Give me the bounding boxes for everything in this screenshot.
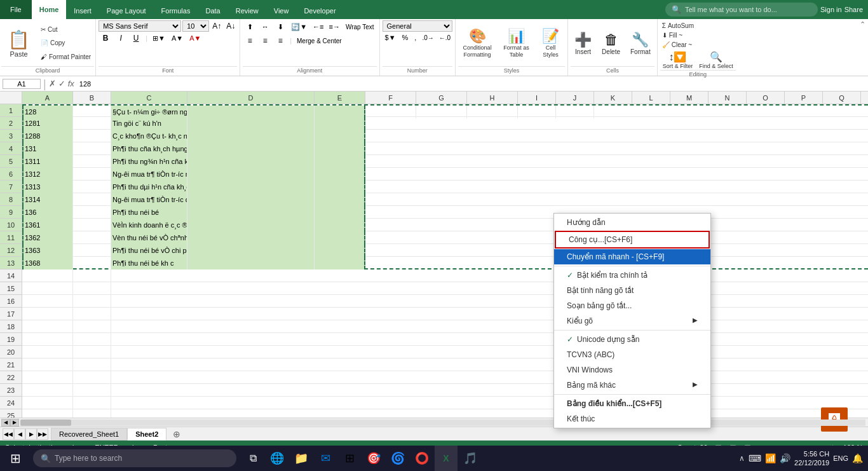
col-header-L[interactable]: L bbox=[632, 92, 670, 104]
row-number[interactable]: 24 bbox=[0, 397, 22, 409]
delete-button[interactable]: 🗑 Delete bbox=[598, 31, 624, 57]
cell[interactable]: 131 bbox=[22, 142, 73, 155]
cell[interactable]: 136 bbox=[22, 206, 73, 219]
col-header-R[interactable]: R bbox=[861, 92, 868, 104]
col-header-F[interactable]: F bbox=[365, 92, 416, 104]
col-header-B[interactable]: B bbox=[73, 92, 111, 104]
currency-button[interactable]: $▼ bbox=[383, 33, 398, 42]
volume-icon[interactable]: 🔊 bbox=[780, 453, 790, 463]
row-number[interactable]: 4 bbox=[0, 142, 22, 155]
cell[interactable]: Ph¶i thu cña kh¸ch hµng bbox=[111, 142, 187, 155]
row-number[interactable]: 12 bbox=[0, 244, 22, 257]
taskbar-search-box[interactable]: 🔍 Type here to search bbox=[33, 449, 236, 467]
cell[interactable] bbox=[73, 257, 111, 270]
menu-item-cong-cu[interactable]: Công cụ...[CS+F6] bbox=[555, 231, 710, 249]
taskbar-app1-icon[interactable]: ⊞ bbox=[338, 446, 361, 471]
bold-button[interactable]: B bbox=[98, 33, 112, 43]
cell[interactable] bbox=[73, 244, 111, 257]
insert-button[interactable]: ➕ Insert bbox=[571, 31, 595, 57]
cell[interactable]: Ng-êi mua tr¶ tiÒn tr-íc ng¾n h¹n bbox=[111, 168, 187, 181]
col-header-P[interactable]: P bbox=[785, 92, 823, 104]
col-header-G[interactable]: G bbox=[416, 92, 467, 104]
cell[interactable] bbox=[73, 193, 111, 206]
cell[interactable] bbox=[187, 244, 315, 257]
wrap-text-button[interactable]: Wrap Text bbox=[343, 23, 377, 31]
share-button[interactable]: Share bbox=[844, 6, 863, 13]
row-number[interactable]: 6 bbox=[0, 168, 22, 181]
cell[interactable] bbox=[73, 130, 111, 142]
tab-view[interactable]: View bbox=[266, 3, 297, 19]
cell[interactable] bbox=[73, 181, 111, 193]
tab-home[interactable]: Home bbox=[32, 0, 67, 19]
file-tab[interactable]: File bbox=[0, 0, 32, 19]
font-name-select[interactable]: MS Sans Serif bbox=[98, 20, 181, 32]
row-number[interactable]: 20 bbox=[0, 346, 22, 358]
cell[interactable] bbox=[187, 130, 315, 142]
cell[interactable]: 1311 bbox=[22, 155, 73, 168]
taskbar-outlook-icon[interactable]: ✉ bbox=[314, 446, 337, 471]
menu-item-unicode[interactable]: ✓ Unicode dựng sẵn bbox=[554, 332, 710, 347]
notification-icon[interactable]: 🔔 bbox=[852, 453, 863, 463]
tab-review[interactable]: Review bbox=[228, 3, 266, 19]
cell[interactable] bbox=[315, 244, 365, 257]
increase-font-button[interactable]: A↑ bbox=[210, 21, 223, 31]
cell[interactable] bbox=[365, 155, 868, 168]
cell[interactable] bbox=[187, 142, 315, 155]
cell[interactable] bbox=[365, 181, 868, 193]
sheet-tab-sheet2[interactable]: Sheet2 bbox=[127, 428, 166, 440]
cell[interactable] bbox=[73, 168, 111, 181]
sheet-nav-prev[interactable]: ◀ bbox=[14, 428, 25, 440]
row-number[interactable]: 7 bbox=[0, 181, 22, 193]
formula-input[interactable]: 128 bbox=[77, 79, 865, 88]
cell[interactable] bbox=[416, 106, 467, 118]
cell[interactable]: Ph¶i thu néi bé bbox=[111, 206, 187, 219]
menu-item-bat-kiem-tra[interactable]: ✓ Bật kiểm tra chính tả bbox=[554, 268, 710, 283]
cell[interactable] bbox=[365, 193, 868, 206]
menu-item-bat-tinh-nang[interactable]: Bật tính năng gõ tắt bbox=[554, 283, 710, 298]
cell[interactable]: Ph¶i thu néi bé vÒ chi phÝ ®ivay ®ñ ®iÒu… bbox=[111, 244, 187, 257]
taskbar-app2-icon[interactable]: 🎯 bbox=[362, 446, 385, 471]
col-header-C[interactable]: C bbox=[111, 92, 187, 104]
cell[interactable]: Ph¶i thu dµi h¹n cña kh¸ch hµng bbox=[111, 181, 187, 193]
row-number[interactable]: 19 bbox=[0, 333, 22, 346]
number-format-select[interactable]: General bbox=[383, 20, 453, 32]
cell[interactable] bbox=[315, 181, 365, 193]
align-middle-button[interactable]: ↔ bbox=[258, 20, 272, 33]
cell[interactable]: 1368 bbox=[22, 257, 73, 270]
col-header-M[interactable]: M bbox=[670, 92, 709, 104]
col-header-O[interactable]: O bbox=[747, 92, 785, 104]
cell[interactable] bbox=[556, 106, 594, 118]
col-header-Q[interactable]: Q bbox=[823, 92, 861, 104]
menu-item-soan-bang[interactable]: Soạn bảng gõ tắt... bbox=[554, 298, 710, 313]
fx-icon[interactable]: fx bbox=[68, 79, 74, 88]
format-as-table-button[interactable]: 📊 Format asTable bbox=[499, 27, 534, 60]
cell[interactable]: 1281 bbox=[22, 117, 73, 130]
col-header-N[interactable]: N bbox=[709, 92, 747, 104]
menu-item-bang-dieu-khien[interactable]: Bảng điều khiển...[CS+F5] bbox=[554, 396, 710, 411]
cell[interactable] bbox=[187, 231, 315, 244]
taskbar-explorer-icon[interactable]: 📁 bbox=[290, 446, 313, 471]
cell[interactable] bbox=[315, 130, 365, 142]
cell[interactable] bbox=[315, 231, 365, 244]
h-scroll-thumb[interactable] bbox=[20, 420, 71, 426]
menu-item-ket-thuc[interactable]: Kết thúc bbox=[554, 411, 710, 427]
row-number[interactable]: 9 bbox=[0, 206, 22, 219]
cell[interactable] bbox=[73, 106, 111, 118]
row-number[interactable]: 10 bbox=[0, 219, 22, 231]
cell[interactable] bbox=[187, 206, 315, 219]
cell[interactable] bbox=[315, 219, 365, 231]
row-number[interactable]: 8 bbox=[0, 193, 22, 206]
cell[interactable]: Ng-êi mua tr¶ tiÒn tr-íc dµi h¹n bbox=[111, 193, 187, 206]
cell[interactable]: 1361 bbox=[22, 219, 73, 231]
tab-insert[interactable]: Insert bbox=[66, 3, 99, 19]
cell[interactable]: Ph¶i thu ng¾n h¹n cña kh¸ch hµng bbox=[111, 155, 187, 168]
row-number[interactable]: 15 bbox=[0, 282, 22, 295]
align-center-button[interactable]: ≡ bbox=[258, 34, 272, 47]
fill-button[interactable]: ⬇ Fill ~ bbox=[660, 31, 736, 39]
row-number[interactable]: 21 bbox=[0, 358, 22, 371]
cell[interactable] bbox=[187, 219, 315, 231]
col-header-D[interactable]: D bbox=[187, 92, 315, 104]
row-number[interactable]: 13 bbox=[0, 257, 22, 270]
sheet-nav-next[interactable]: ▶ bbox=[25, 428, 37, 440]
fill-color-button[interactable]: A▼ bbox=[169, 34, 186, 43]
